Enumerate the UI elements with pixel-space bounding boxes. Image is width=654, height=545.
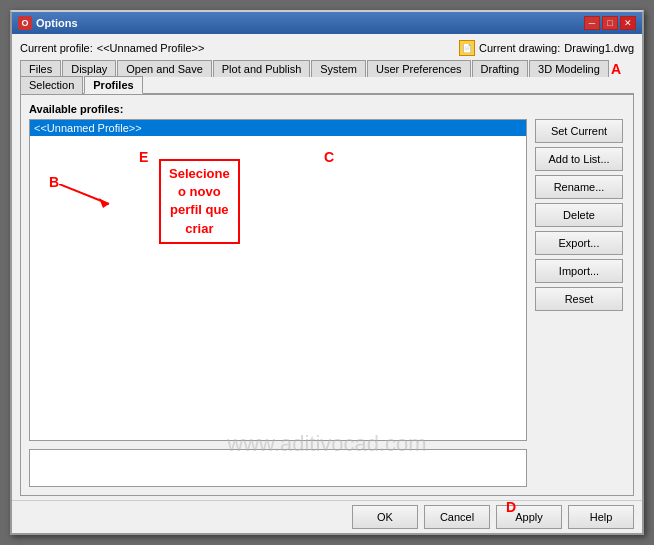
tab-profiles[interactable]: Profiles <box>84 76 142 94</box>
profile-item[interactable]: <<Unnamed Profile>> <box>30 120 526 136</box>
current-profile-value: <<Unnamed Profile>> <box>97 42 205 54</box>
tab-3d-modeling[interactable]: 3D Modeling <box>529 60 609 77</box>
current-profile-label: Current profile: <box>20 42 93 54</box>
current-drawing-label: Current drawing: <box>479 42 560 54</box>
tabs-container: Files Display Open and Save Plot and Pub… <box>20 60 634 95</box>
annotation-line4: criar <box>185 221 213 236</box>
tab-open-save[interactable]: Open and Save <box>117 60 211 77</box>
export-button[interactable]: Export... <box>535 231 623 255</box>
title-bar-left: O Options <box>18 16 78 30</box>
rename-button[interactable]: Rename... <box>535 175 623 199</box>
profile-info-row: Current profile: <<Unnamed Profile>> 📄 C… <box>20 40 634 56</box>
annotation-line2: o novo <box>178 184 221 199</box>
add-to-list-button[interactable]: Add to List... <box>535 147 623 171</box>
title-controls: ─ □ ✕ <box>584 16 636 30</box>
annotation-e: E <box>139 149 148 165</box>
annotation-c: C <box>324 149 334 165</box>
profiles-content: <<Unnamed Profile>> Set Current Add to L… <box>29 119 625 487</box>
bottom-bar: OK Cancel Apply Help D <box>12 500 642 533</box>
annotation-line3: perfil que <box>170 202 229 217</box>
annotation-line1: Selecione <box>169 166 230 181</box>
ok-button[interactable]: OK <box>352 505 418 529</box>
profiles-buttons: Set Current Add to List... Rename... Del… <box>535 119 625 487</box>
description-box[interactable] <box>29 449 527 487</box>
close-button[interactable]: ✕ <box>620 16 636 30</box>
annotation-b: B <box>49 174 59 190</box>
import-button[interactable]: Import... <box>535 259 623 283</box>
app-icon: O <box>18 16 32 30</box>
set-current-button[interactable]: Set Current <box>535 119 623 143</box>
reset-button[interactable]: Reset <box>535 287 623 311</box>
minimize-button[interactable]: ─ <box>584 16 600 30</box>
delete-button[interactable]: Delete <box>535 203 623 227</box>
restore-button[interactable]: □ <box>602 16 618 30</box>
profiles-main: <<Unnamed Profile>> Set Current Add to L… <box>29 119 625 487</box>
current-drawing-value: Drawing1.dwg <box>564 42 634 54</box>
profiles-listbox[interactable]: <<Unnamed Profile>> <box>29 119 527 441</box>
window-title: Options <box>36 17 78 29</box>
tab-drafting[interactable]: Drafting <box>472 60 529 77</box>
tab-user-preferences[interactable]: User Preferences <box>367 60 471 77</box>
available-profiles-label: Available profiles: <box>29 103 625 115</box>
options-window: O Options ─ □ ✕ Current profile: <<Unnam… <box>10 10 644 535</box>
tab-system[interactable]: System <box>311 60 366 77</box>
annotation-a: A <box>611 61 621 77</box>
help-button[interactable]: Help <box>568 505 634 529</box>
tab-plot-publish[interactable]: Plot and Publish <box>213 60 311 77</box>
tab-display[interactable]: Display <box>62 60 116 77</box>
drawing-icon: 📄 <box>459 40 475 56</box>
tab-files[interactable]: Files <box>20 60 61 77</box>
profiles-panel: Available profiles: <<Unnamed Profile>> … <box>20 95 634 496</box>
annotation-d: D <box>506 499 516 515</box>
tab-selection[interactable]: Selection <box>20 76 83 94</box>
profiles-list-area: <<Unnamed Profile>> <box>29 119 527 487</box>
title-bar: O Options ─ □ ✕ <box>12 12 642 34</box>
content-area: Current profile: <<Unnamed Profile>> 📄 C… <box>12 34 642 500</box>
cancel-button[interactable]: Cancel <box>424 505 490 529</box>
annotation-box: Selecione o novo perfil que criar <box>159 159 240 244</box>
